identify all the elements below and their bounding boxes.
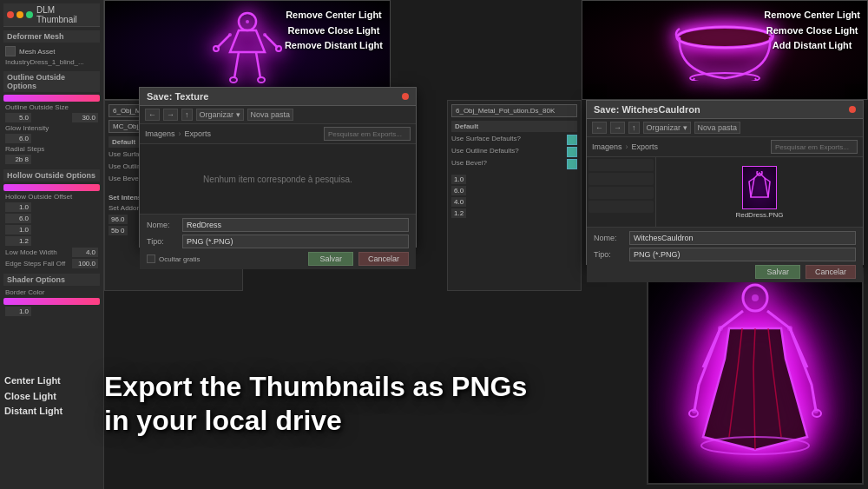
deformer-section: Deformer Mesh Mesh Asset IndustryDress_1… (3, 30, 100, 66)
r-new-folder-btn[interactable]: Nova pasta (694, 122, 741, 134)
hrow4[interactable]: 1.2 (3, 236, 100, 246)
r-type-input[interactable] (629, 248, 856, 261)
r-save-btn[interactable]: Salvar (755, 265, 800, 279)
r-file-4[interactable] (589, 201, 654, 213)
new-folder-btn[interactable]: Nova pasta (247, 109, 294, 121)
svg-line-7 (256, 52, 260, 78)
r-si-val3: 4.0 (451, 197, 466, 207)
svg-point-9 (246, 20, 249, 23)
glow-val: 6.0 (5, 134, 31, 143)
vp-tl-label3: Remove Distant Light (285, 38, 383, 54)
r-si-val2: 6.0 (451, 186, 466, 195)
dlg-left-close[interactable] (402, 93, 409, 100)
maximize-dot[interactable] (26, 11, 33, 18)
r-back-btn[interactable]: ← (592, 122, 607, 134)
r-fwd-btn[interactable]: → (610, 122, 625, 134)
radial-val: 2b 8 (5, 155, 31, 164)
r-file-3[interactable] (589, 187, 654, 199)
outline-color-bar (3, 95, 100, 102)
dialog-left-path: Imagens › Exports (140, 124, 416, 144)
minimize-dot[interactable] (16, 11, 23, 18)
r-si4: 1.2 (451, 208, 577, 218)
type-input[interactable] (182, 235, 409, 248)
cancel-btn[interactable]: Cancelar (358, 252, 409, 266)
dialog-left-content: Nenhum item corresponde à pesquisa. (140, 144, 416, 214)
dialog-right-toolbar: ← → ↑ Organizar ▾ Nova pasta (587, 119, 863, 137)
empty-text: Nenhum item corresponde à pesquisa. (203, 175, 352, 184)
edge-steps-row: Edge Steps Fall Off 100.0 (3, 259, 100, 268)
deformer-title: Deformer Mesh (3, 30, 100, 43)
r-files-list (587, 157, 656, 227)
r-up-btn[interactable]: ↑ (628, 122, 640, 134)
r-file-2[interactable] (589, 173, 654, 185)
mesh-swatch (5, 46, 16, 56)
low-mode-row: Low Mode Width 4.0 (3, 248, 100, 257)
r-organizer-btn[interactable]: Organizar ▾ (643, 122, 691, 134)
fwd-btn[interactable]: → (163, 109, 178, 121)
svg-point-10 (228, 33, 232, 36)
bc-val-row[interactable]: 1.0 (3, 307, 100, 316)
svg-point-23 (752, 294, 759, 301)
border-color-row: Border Color (3, 288, 100, 296)
bc-val: 1.0 (5, 307, 31, 316)
glow-value-row[interactable]: 6.0 (3, 134, 100, 143)
close-light-label: Close Light (4, 389, 62, 405)
dialog-left-footer: Nome: Tipo: Ocultar gratis Salvar Cancel… (140, 214, 416, 269)
viewport-bottom-right (647, 268, 864, 485)
shader-title: Shader Options (3, 274, 100, 286)
back-btn[interactable]: ← (145, 109, 160, 121)
r-si-val1: 1.0 (451, 175, 466, 184)
radial-row: Radial Steps (3, 145, 100, 153)
name-input[interactable] (182, 218, 409, 232)
svg-line-1 (217, 35, 230, 48)
hrow2[interactable]: 6.0 (3, 214, 100, 223)
r-surface-cb[interactable] (567, 135, 577, 145)
r-outline-cb[interactable] (567, 147, 577, 157)
r-main-content: RedDress.PNG (656, 157, 863, 227)
r-cancel-btn[interactable]: Cancelar (806, 265, 856, 279)
type-field-row: Tipo: (147, 235, 409, 248)
r-dropdown[interactable]: 6_Obj_Metal_Pot_ution.Ds_80K (451, 104, 577, 117)
dlg-right-close[interactable] (849, 106, 856, 113)
border-color-bar (3, 298, 100, 305)
hrow3[interactable]: 1.0 (3, 225, 100, 235)
r-outline-label: Use Outline Defaults? (451, 147, 519, 157)
vp-tr-label2: Remove Close Light (764, 23, 860, 39)
cauldron-figure (673, 24, 777, 76)
outline-outside-title: Outline Outside Options (3, 71, 100, 92)
big-text-line2: in your local drive (104, 404, 634, 437)
si-val3: 5b 0 (108, 226, 128, 235)
size-value-row[interactable]: 5.0 30.0 (3, 113, 100, 122)
glow-label: Glow Intensity (5, 124, 49, 132)
svg-point-11 (263, 33, 266, 36)
hv1: 1.0 (5, 202, 31, 212)
r-bevel-cb[interactable] (567, 159, 577, 169)
dialog-left-search[interactable] (324, 127, 411, 141)
r-name-input[interactable] (629, 231, 856, 245)
center-light-label: Center Light (4, 373, 62, 389)
dropdown-row[interactable]: IndustryDress_1_blind_... (3, 58, 100, 66)
hv2: 6.0 (5, 214, 31, 223)
r-type-label: Tipo: (594, 250, 624, 259)
hollow-values[interactable]: 1.0 (3, 202, 100, 212)
reddress-thumb[interactable] (742, 166, 777, 209)
organizer-btn[interactable]: Organizar ▾ (196, 109, 244, 121)
close-dot[interactable] (7, 11, 14, 18)
r-bevel-label: Use Bevel? (451, 159, 487, 169)
hide-checkbox[interactable] (147, 254, 155, 263)
dress-figure-large (677, 281, 833, 472)
vp-labels-tl: Remove Center Light Remove Close Light R… (285, 8, 383, 54)
radial-value-row[interactable]: 2b 8 (3, 155, 100, 164)
hv3: 1.0 (5, 225, 31, 235)
up-btn[interactable]: ↑ (181, 109, 193, 121)
svg-line-3 (265, 35, 278, 48)
left-sidebar-panel: DLM Thumbnail Deformer Mesh Mesh Asset I… (0, 0, 104, 489)
r-name-row: Nome: (594, 231, 856, 245)
save-btn[interactable]: Salvar (308, 252, 353, 266)
dialog-right-title: Save: WitchesCauldron (594, 104, 700, 115)
character-figure-tl (213, 9, 282, 91)
dialog-right-search[interactable] (771, 140, 858, 154)
r-file-1[interactable] (589, 159, 654, 171)
dialog-right-footer: Nome: Tipo: Salvar Cancelar (587, 227, 863, 282)
svg-point-26 (692, 408, 697, 413)
